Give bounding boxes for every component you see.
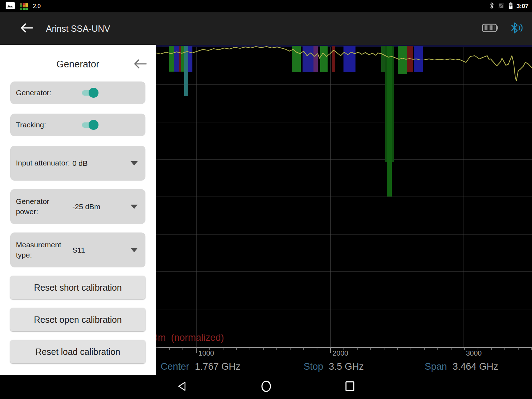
status-bar: 2.0 3:07 [0,0,532,12]
tracking-toggle-row: Tracking: [10,114,145,136]
app-bar: Arinst SSA-UNV [0,12,532,45]
chart-footer: Center1.767 GHzStop3.5 GHzSpan3.464 GHz [156,361,532,374]
freq-readout: Center1.767 GHz [161,361,240,372]
chevron-down-icon [131,205,138,209]
x-tick-label: 3000 [466,349,482,357]
reset-short-calibration-button[interactable]: Reset short calibration [10,276,145,299]
app-title: Arinst SSA-UNV [46,24,110,34]
freq-readout: Stop3.5 GHz [304,361,364,372]
measurement-type-dropdown[interactable]: Measurement type: S11 [10,232,145,267]
freq-readout-value: 3.5 GHz [329,361,364,372]
spectrum-chart: 100020003000 Bm (normalized) Center1.767… [156,44,532,375]
tracking-toggle-switch[interactable] [81,120,98,130]
freq-readout-value: 1.767 GHz [195,361,240,372]
input-attenuator-dropdown[interactable]: Input attenuator: 0 dB [10,146,145,181]
measurement-type-value: S11 [72,246,85,254]
bluetooth-connected-icon [509,22,524,35]
x-axis-labels: 100020003000 [156,349,532,358]
input-attenuator-value: 0 dB [72,159,88,168]
nav-back-icon[interactable] [178,381,186,393]
clock: 3:07 [516,3,528,10]
picture-icon [6,2,15,11]
signal-grid-icon [20,3,28,10]
generator-toggle-row: Generator: [10,81,145,104]
input-attenuator-label: Input attenuator: [16,158,72,168]
freq-readout-label: Stop [304,361,323,372]
chevron-down-icon [131,161,138,165]
switch-thumb [89,88,98,98]
battery-charging-icon [508,2,513,11]
generator-panel: Generator Generator: Tracking: Input att… [0,45,156,375]
generator-power-label: Generator power: [16,197,72,217]
back-arrow-icon[interactable] [20,23,33,35]
status-version-label: 2.0 [33,3,41,10]
switch-thumb [89,120,98,130]
freq-readout-label: Span [425,361,447,372]
spectrum-plot[interactable] [156,44,532,354]
reset-open-calibration-button[interactable]: Reset open calibration [10,308,145,331]
normalized-label: Bm (normalized) [151,332,224,343]
measurement-type-label: Measurement type: [16,240,72,260]
generator-power-value: -25 dBm [72,202,100,211]
nav-home-icon[interactable] [261,380,271,394]
bluetooth-icon [490,2,494,11]
x-tick-label: 2000 [333,349,348,357]
nav-recents-icon[interactable] [345,381,355,393]
no-network-icon [498,2,505,11]
android-nav-bar [0,375,532,399]
freq-readout-label: Center [161,361,189,372]
generator-toggle-switch[interactable] [81,88,98,98]
panel-title: Generator [10,59,145,70]
generator-toggle-label: Generator: [16,88,69,98]
x-tick-label: 1000 [198,349,214,357]
panel-header: Generator [10,45,145,81]
device-battery-icon [482,23,499,34]
freq-readout-value: 3.464 GHz [453,361,498,372]
freq-readout: Span3.464 GHz [425,361,498,372]
panel-back-arrow-icon[interactable] [133,58,147,71]
tracking-toggle-label: Tracking: [16,120,69,130]
generator-power-dropdown[interactable]: Generator power: -25 dBm [10,189,145,224]
chevron-down-icon [131,248,138,252]
reset-load-calibration-button[interactable]: Reset load calibration [10,340,145,363]
